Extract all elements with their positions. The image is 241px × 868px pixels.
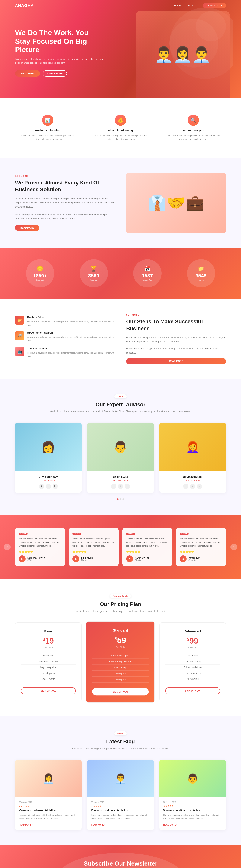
team-subtitle: Vestibulum ut ipsum et neque condimentum… [15, 409, 226, 413]
team-pill-label: Team [114, 395, 127, 398]
service-text-business: Class aptent taciti sociosqu ad litora t… [19, 134, 77, 141]
testimonial-author-0: N Nathanael Owen CEO [19, 555, 61, 562]
stat-satisfied-label: Satisfied [36, 279, 44, 281]
testimonial-text-3: Aenean lorem dolor accumsan aen purus po… [180, 537, 222, 548]
team-instagram-icon-2[interactable]: in [197, 484, 202, 489]
author-name-3: James Earl [188, 557, 200, 559]
author-role-0: CEO [27, 559, 45, 561]
feature-track-text: Track No Shows Vestibulum at volutpat ar… [27, 347, 115, 358]
blog-excerpt-0: Donec condimentum nisl at tellus. Etiam … [19, 813, 78, 820]
testimonials-prev-button[interactable]: ‹ [4, 544, 10, 550]
pricing-price-advanced: $99 [165, 637, 220, 645]
pricing-card-basic: Basic $19 /mo / Info Basic Nav Dashboard… [15, 622, 82, 702]
pricing-plan-advanced: Advanced [165, 629, 220, 633]
stat-worked-icon: 🏆 [90, 266, 97, 272]
author-role-2: Director [135, 559, 149, 561]
service-text-financial: Class aptent taciti sociosqu ad litora t… [92, 134, 150, 141]
team-instagram-icon-1[interactable]: in [125, 484, 130, 489]
market-analysis-icon: 🔍 [188, 115, 199, 126]
testimonial-author-1: L Lillia Myers Manager [73, 555, 115, 562]
testimonial-card-3: Review Aenean lorem dolor accumsan aen p… [176, 528, 226, 566]
pricing-btn-basic[interactable]: SIGN UP NOW [21, 687, 76, 694]
stats-section: 😊 1859+ Satisfied 🏆 3580 Worked 📅 1587 L… [0, 248, 241, 299]
pricing-feature-std-3: Downgrade [92, 671, 149, 677]
team-role-2: Business Analyst [163, 479, 222, 482]
steps-text-1: Nullam tempus felis quis tortor. At tinc… [126, 336, 226, 344]
feature-custom-files-title: Custom Files [27, 316, 115, 318]
about-read-more-button[interactable]: READ MORE [15, 225, 39, 231]
author-name-2: Karen Owens [135, 557, 149, 559]
team-facebook-icon-1[interactable]: f [111, 484, 116, 489]
testimonial-text-2: Aenean lorem dolor accumsan aen purus po… [126, 537, 168, 548]
blog-post-title-0: Vivamus condimen nisl tellus... [19, 809, 78, 812]
blog-read-more-2[interactable]: READ MORE » [163, 824, 178, 826]
nav-about[interactable]: About Us [187, 4, 196, 7]
team-twitter-icon-1[interactable]: t [118, 484, 123, 489]
blog-date-2: 30 August 2019 [163, 801, 222, 803]
steps-read-more-button[interactable]: READ MORE [126, 358, 226, 364]
team-facebook-icon-2[interactable]: f [183, 484, 188, 489]
blog-content-0: 30 August 2019 ★★★★★ Vivamus condimen ni… [15, 797, 82, 830]
testimonial-text-0: Aenean lorem dolor accumsan aen purus po… [19, 537, 61, 548]
feature-track-title: Track No Shows [27, 347, 115, 350]
hero-learn-more-button[interactable]: LEARN MORE [43, 70, 67, 76]
stat-worked-label: Worked [90, 279, 97, 281]
feature-appointment-text: Appointment Search Vestibulum at volutpa… [27, 331, 115, 342]
newsletter-section: Subscribe Our Newsletter CONTACT US [0, 845, 241, 868]
pricing-btn-standard[interactable]: SIGN UP NOW [92, 688, 149, 695]
testimonial-tag-0: Review [19, 532, 28, 535]
hero-people-image: 👨‍💼👩‍💼👨‍💼 [136, 11, 230, 98]
blog-read-more-1[interactable]: READ MORE » [91, 824, 105, 826]
service-card-financial: 💰 Financial Planning Class aptent taciti… [88, 111, 153, 145]
newsletter-title: Subscribe Our Newsletter [15, 860, 226, 867]
pricing-feature-std-1: 3 Interchange Solution [92, 659, 149, 665]
blog-read-more-0[interactable]: READ MORE » [19, 824, 33, 826]
feature-appointment-title: Appointment Search [27, 331, 115, 334]
nav-links: Home About Us CONTACT US [174, 3, 226, 8]
pricing-period-advanced: /mo / Info [165, 646, 220, 648]
pricing-feature-basic-0: Basic Nav [21, 653, 76, 659]
pricing-feature-adv-0: Pro to Info [165, 653, 220, 659]
pricing-plan-basic: Basic [21, 629, 76, 633]
team-facebook-icon-0[interactable]: f [39, 484, 44, 489]
nav-contact-button[interactable]: CONTACT US [203, 3, 226, 8]
blog-image-0: 👩‍💼 [15, 760, 82, 797]
blog-image-2: 👨 [159, 760, 226, 797]
steps-text-2: Ut tincidunt mattis arcu, pharetra arcu … [126, 347, 226, 355]
feature-custom-files-text: Custom Files Vestibulum at volutpat arcu… [27, 316, 115, 327]
team-dots-nav [15, 498, 226, 500]
hero-get-started-button[interactable]: GET STARTED [15, 70, 40, 76]
team-social-2: f t in [163, 484, 222, 489]
blog-post-title-2: Vivamus condimen nisl tellus... [163, 809, 222, 812]
track-icon: 📺 [15, 347, 24, 356]
team-name-2: Olivia Dunham [163, 475, 222, 478]
dot-3[interactable] [123, 498, 124, 500]
team-section: Team Our Expert: Advisor Vestibulum ut i… [0, 379, 241, 515]
author-avatar-3: J [180, 555, 187, 562]
team-twitter-icon-2[interactable]: t [190, 484, 195, 489]
blog-card-1: 👨‍💼 30 August 2019 ★★★★★ Vivamus condime… [87, 760, 154, 830]
dot-2[interactable] [120, 498, 121, 500]
blog-section: News Latest Blog Vestibulum at molestie … [0, 716, 241, 845]
pricing-card-standard: Standard $59 /mo / Info 2 Interfaces Opt… [86, 621, 155, 703]
pricing-period-standard: /mo / Info [92, 646, 149, 648]
service-title-business: Business Planning [19, 129, 77, 132]
about-image: 👔🤝💼 [126, 173, 226, 233]
appointment-icon: 🔎 [15, 331, 24, 340]
blog-img-inner-1: 👨‍💼 [87, 760, 154, 797]
pricing-btn-advanced[interactable]: SIGN UP NOW [165, 687, 220, 694]
testimonials-next-button[interactable]: › [231, 544, 237, 550]
team-twitter-icon-0[interactable]: t [46, 484, 51, 489]
team-instagram-icon-0[interactable]: in [53, 484, 58, 489]
navigation: ANAGHA Home About Us CONTACT US [0, 0, 241, 11]
features-steps-section: 📂 Custom Files Vestibulum at volutpat ar… [0, 299, 241, 379]
team-card-2: 👩‍🦰 Olivia Dunham Business Analyst f t i… [159, 423, 226, 493]
nav-home[interactable]: Home [174, 4, 181, 7]
stat-laborday-number: 1587 [142, 273, 153, 279]
blog-image-1: 👨‍💼 [87, 760, 154, 797]
author-role-1: Manager [81, 559, 93, 561]
pricing-features-standard: 2 Interfaces Option 3 Interchange Soluti… [92, 653, 149, 683]
dot-1[interactable] [117, 498, 118, 500]
blog-card-0: 👩‍💼 30 August 2019 ★★★★★ Vivamus condime… [15, 760, 82, 830]
team-name-0: Olivia Dunham [19, 475, 78, 478]
